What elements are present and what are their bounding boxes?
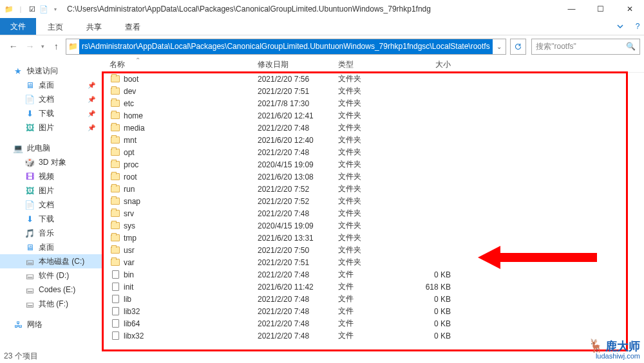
file-row[interactable]: lib2021/2/20 7:48文件0 KB [102,293,644,305]
sidebar-this-pc[interactable]: 💻此电脑 [0,141,102,155]
sidebar-pictures[interactable]: 🖼图片📌 [0,120,102,135]
back-button[interactable]: ← [6,39,21,54]
file-date: 2021/2/20 7:48 [258,270,338,279]
file-icon [109,295,121,303]
sidebar-music[interactable]: 🎵音乐 [0,226,102,240]
sidebar-downloads[interactable]: ⬇下载📌 [0,106,102,120]
search-icon[interactable]: 🔍 [626,42,636,51]
search-box[interactable]: 搜索"rootfs" 🔍 [531,39,640,55]
up-button[interactable]: ↑ [49,39,63,54]
sidebar-drive-c[interactable]: 🖴本地磁盘 (C:) [0,254,102,268]
sidebar-network[interactable]: 🖧网络 [0,317,102,331]
home-tab[interactable]: 主页 [36,18,75,35]
sidebar-documents-2[interactable]: 📄文档 [0,198,102,212]
maximize-button[interactable]: ☐ [586,0,615,18]
watermark: 🦌鹿大师 ludashiwj.com [588,339,640,360]
help-icon[interactable]: ? [631,18,644,35]
recent-dropdown-icon[interactable]: ▾ [39,39,46,54]
file-icon [109,270,121,279]
sidebar-desktop-2[interactable]: 🖥桌面 [0,240,102,254]
file-row[interactable]: mnt2021/6/20 12:40文件夹 [102,134,644,146]
qat-newfolder-icon[interactable]: 📄 [39,4,49,14]
minimize-button[interactable]: — [557,0,586,18]
forward-button[interactable]: → [23,39,37,54]
file-row[interactable]: opt2021/2/20 7:48文件夹 [102,146,644,158]
file-type: 文件夹 [338,147,406,158]
share-tab[interactable]: 共享 [75,18,113,35]
file-name: var [121,258,258,267]
sidebar-drive-f[interactable]: 🖴其他 (F:) [0,297,102,311]
file-list-pane: ⌃名称 修改日期 类型 大小 boot2021/2/20 7:56文件夹dev2… [102,57,644,344]
file-type: 文件夹 [338,257,406,268]
file-row[interactable]: boot2021/2/20 7:56文件夹 [102,73,644,85]
file-row[interactable]: bin2021/2/20 7:48文件0 KB [102,268,644,281]
folder-icon [109,259,121,266]
deer-icon: 🦌 [588,339,604,353]
sidebar-videos[interactable]: 🎞视频 [0,169,102,183]
folder-icon: 📁 [4,4,14,14]
file-type: 文件 [338,281,406,292]
refresh-button[interactable] [510,39,527,55]
file-row[interactable]: libx322021/2/20 7:48文件0 KB [102,330,644,342]
column-date[interactable]: 修改日期 [258,59,338,70]
sidebar-pictures-2[interactable]: 🖼图片 [0,183,102,198]
sidebar-documents[interactable]: 📄文档📌 [0,92,102,106]
column-type[interactable]: 类型 [338,59,406,70]
file-type: 文件夹 [338,196,406,207]
sidebar-quick-access[interactable]: ★快速访问 [0,64,102,78]
qat-dropdown-icon[interactable]: ▾ [50,4,61,14]
file-row[interactable]: dev2021/2/20 7:51文件夹 [102,85,644,97]
file-row[interactable]: tmp2021/6/20 13:31文件夹 [102,232,644,244]
file-row[interactable]: etc2021/7/8 17:30文件夹 [102,97,644,109]
file-row[interactable]: lib642021/2/20 7:48文件0 KB [102,317,644,330]
file-row[interactable]: snap2021/2/20 7:52文件夹 [102,195,644,207]
qat-properties-icon[interactable]: ☑ [27,4,37,14]
file-type: 文件夹 [338,245,406,256]
ribbon-expand-icon[interactable] [609,18,631,35]
address-dropdown-icon[interactable]: ⌄ [493,43,506,50]
file-row[interactable]: init2021/6/20 11:42文件618 KB [102,281,644,293]
file-tab[interactable]: 文件 [0,18,36,35]
file-list[interactable]: boot2021/2/20 7:56文件夹dev2021/2/20 7:51文件… [102,73,644,343]
file-row[interactable]: home2021/6/20 12:41文件夹 [102,109,644,122]
folder-icon [109,247,121,254]
sidebar-desktop[interactable]: 🖥桌面📌 [0,78,102,92]
file-size: 0 KB [406,319,457,328]
address-bar[interactable]: 📁 rs\Administrator\AppData\Local\Package… [66,39,506,55]
pin-icon: 📌 [88,82,95,89]
pin-icon: 📌 [88,96,95,103]
column-size[interactable]: 大小 [406,59,457,70]
file-date: 2021/2/20 7:52 [258,197,338,206]
address-folder-icon: 📁 [66,42,79,51]
title-bar: 📁 | ☑ 📄 ▾ C:\Users\Administrator\AppData… [0,0,644,18]
file-row[interactable]: sys2020/4/15 19:09文件夹 [102,219,644,232]
file-date: 2021/6/20 11:42 [258,283,338,292]
sidebar-downloads-2[interactable]: ⬇下载 [0,212,102,226]
file-name: lib [121,295,258,304]
file-type: 文件夹 [338,122,406,133]
file-type: 文件夹 [338,159,406,170]
file-row[interactable]: run2021/2/20 7:52文件夹 [102,183,644,195]
file-row[interactable]: lib322021/2/20 7:48文件0 KB [102,305,644,317]
file-row[interactable]: media2021/2/20 7:48文件夹 [102,122,644,134]
file-row[interactable]: sbin2021/2/20 7:48文件0 KB [102,342,644,343]
sidebar-drive-d[interactable]: 🖴软件 (D:) [0,268,102,283]
file-name: srv [121,209,258,218]
file-row[interactable]: root2021/6/20 13:08文件夹 [102,171,644,183]
file-name: lib64 [121,319,258,328]
file-name: usr [121,246,258,255]
view-tab[interactable]: 查看 [113,18,152,35]
file-name: run [121,185,258,194]
file-date: 2021/2/20 7:48 [258,331,338,340]
sidebar-drive-e[interactable]: 🖴Codes (E:) [0,283,102,297]
address-text[interactable]: rs\Administrator\AppData\Local\Packages\… [79,39,493,54]
file-date: 2021/2/20 7:51 [258,258,338,267]
close-button[interactable]: ✕ [615,0,644,18]
column-name[interactable]: ⌃名称 [109,59,258,70]
file-type: 文件夹 [338,220,406,231]
folder-icon [109,88,121,95]
file-row[interactable]: srv2021/2/20 7:48文件夹 [102,207,644,219]
file-row[interactable]: proc2020/4/15 19:09文件夹 [102,158,644,171]
file-name: libx32 [121,331,258,340]
sidebar-3d-objects[interactable]: 🎲3D 对象 [0,155,102,169]
